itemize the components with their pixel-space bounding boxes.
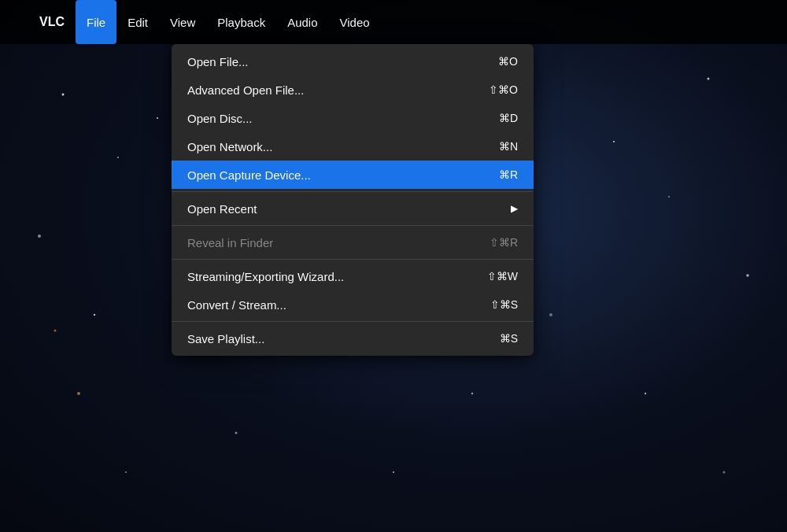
separator-3 bbox=[172, 259, 534, 260]
menubar-item-file[interactable]: File bbox=[76, 0, 116, 44]
dropdown-menu-panel: Open File... ⌘O Advanced Open File... ⇧⌘… bbox=[172, 44, 534, 356]
svg-point-15 bbox=[54, 330, 57, 332]
svg-point-2 bbox=[38, 235, 41, 238]
svg-point-8 bbox=[613, 141, 615, 142]
menu-item-open-network[interactable]: Open Network... ⌘N bbox=[172, 132, 534, 161]
menubar-item-edit[interactable]: Edit bbox=[116, 0, 159, 44]
svg-point-14 bbox=[77, 392, 80, 395]
menu-item-open-disc[interactable]: Open Disc... ⌘D bbox=[172, 104, 534, 132]
svg-point-16 bbox=[125, 471, 127, 473]
svg-point-3 bbox=[94, 314, 95, 316]
svg-point-6 bbox=[668, 196, 670, 198]
svg-point-1 bbox=[117, 157, 119, 158]
menu-item-open-file[interactable]: Open File... ⌘O bbox=[172, 47, 534, 76]
file-dropdown-menu: Open File... ⌘O Advanced Open File... ⇧⌘… bbox=[172, 44, 534, 356]
menubar: VLC File Edit View Playback Audio Video bbox=[0, 0, 787, 44]
menubar-item-view[interactable]: View bbox=[159, 0, 206, 44]
submenu-arrow-icon: ▶ bbox=[511, 203, 518, 214]
svg-point-18 bbox=[723, 471, 726, 474]
menubar-item-vlc[interactable]: VLC bbox=[28, 0, 76, 44]
svg-point-11 bbox=[393, 471, 394, 473]
separator-2 bbox=[172, 225, 534, 226]
menu-item-reveal-in-finder[interactable]: Reveal in Finder ⇧⌘R bbox=[172, 228, 534, 257]
svg-point-12 bbox=[235, 432, 238, 434]
svg-point-9 bbox=[549, 313, 552, 316]
apple-menu-item[interactable] bbox=[6, 0, 28, 44]
svg-point-7 bbox=[746, 274, 749, 277]
separator-1 bbox=[172, 191, 534, 192]
svg-point-17 bbox=[645, 393, 646, 394]
menu-item-save-playlist[interactable]: Save Playlist... ⌘S bbox=[172, 324, 534, 353]
menubar-item-playback[interactable]: Playback bbox=[206, 0, 276, 44]
separator-4 bbox=[172, 321, 534, 322]
svg-point-10 bbox=[471, 393, 473, 394]
svg-point-5 bbox=[708, 78, 710, 80]
menu-item-advanced-open-file[interactable]: Advanced Open File... ⇧⌘O bbox=[172, 76, 534, 104]
menu-item-convert-stream[interactable]: Convert / Stream... ⇧⌘S bbox=[172, 290, 534, 319]
menu-item-streaming-wizard[interactable]: Streaming/Exporting Wizard... ⇧⌘W bbox=[172, 262, 534, 290]
svg-point-0 bbox=[62, 94, 65, 96]
svg-point-4 bbox=[157, 117, 158, 119]
menubar-item-audio[interactable]: Audio bbox=[276, 0, 328, 44]
menu-item-open-recent[interactable]: Open Recent ▶ bbox=[172, 194, 534, 223]
menubar-item-video[interactable]: Video bbox=[329, 0, 381, 44]
menu-item-open-capture-device[interactable]: Open Capture Device... ⌘R bbox=[172, 161, 534, 189]
